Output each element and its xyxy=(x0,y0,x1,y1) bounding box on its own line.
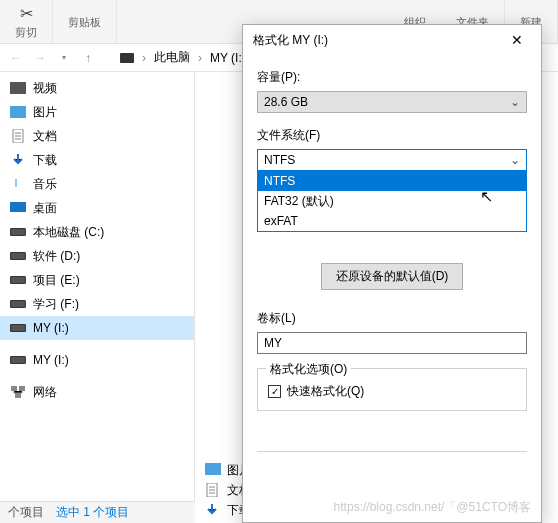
drive-icon xyxy=(10,297,26,311)
quick-format-label: 快速格式化(Q) xyxy=(287,383,364,400)
tree-item[interactable]: 学习 (F:) xyxy=(0,292,194,316)
filesystem-dropdown: NTFSFAT32 (默认)exFAT xyxy=(257,170,527,232)
tree-item-label: 本地磁盘 (C:) xyxy=(33,224,104,241)
tree-item[interactable]: MY (I:) xyxy=(0,316,194,340)
capacity-label: 容量(P): xyxy=(257,69,527,86)
tree-item-label: 下载 xyxy=(33,152,57,169)
chevron-down-icon: ⌄ xyxy=(510,95,520,109)
tree-item[interactable]: 本地磁盘 (C:) xyxy=(0,220,194,244)
ribbon-clipboard-label: 剪贴板 xyxy=(53,0,117,43)
tree-item-label: 视频 xyxy=(33,80,57,97)
format-options-legend: 格式化选项(O) xyxy=(266,361,351,378)
ribbon-clipboard-section: ✂ 剪切 xyxy=(0,0,53,43)
status-count: 个项目 xyxy=(8,504,44,521)
tree-item-label: 文档 xyxy=(33,128,57,145)
breadcrumb-drive[interactable]: MY (I:) xyxy=(210,51,246,65)
back-icon[interactable]: ← xyxy=(8,50,24,66)
breadcrumb-pc[interactable]: 此电脑 xyxy=(154,49,190,66)
tree-item[interactable]: 音乐 xyxy=(0,172,194,196)
download-icon xyxy=(10,153,26,167)
status-selected: 选中 1 个项目 xyxy=(56,504,129,521)
doc-icon xyxy=(205,483,221,497)
folder-tree: 视频图片文档下载音乐桌面本地磁盘 (C:)软件 (D:)项目 (E:)学习 (F… xyxy=(0,72,195,523)
tree-item[interactable]: 网络 xyxy=(0,380,194,404)
network-icon xyxy=(10,385,26,399)
tree-item-label: MY (I:) xyxy=(33,353,69,367)
chevron-right-icon: › xyxy=(142,51,146,65)
tree-item[interactable]: 图片 xyxy=(0,100,194,124)
filesystem-label: 文件系统(F) xyxy=(257,127,527,144)
tree-item-label: MY (I:) xyxy=(33,321,69,335)
forward-icon[interactable]: → xyxy=(32,50,48,66)
drive-icon xyxy=(10,353,26,367)
close-button[interactable]: ✕ xyxy=(497,26,537,54)
watermark: https://blog.csdn.net/「@51CTO博客 xyxy=(334,499,531,516)
tree-item-label: 图片 xyxy=(33,104,57,121)
tree-item-label: 音乐 xyxy=(33,176,57,193)
svg-rect-13 xyxy=(19,386,25,391)
filesystem-combo[interactable]: NTFS ⌄ NTFSFAT32 (默认)exFAT xyxy=(257,149,527,171)
dropdown-option[interactable]: NTFS xyxy=(258,171,526,191)
dialog-separator xyxy=(257,451,527,452)
scissors-icon: ✂ xyxy=(20,4,33,23)
volume-label: 卷标(L) xyxy=(257,310,527,327)
music-icon xyxy=(10,177,26,191)
up-icon[interactable]: ↑ xyxy=(80,50,96,66)
desktop-icon xyxy=(10,201,26,215)
tree-item[interactable]: 软件 (D:) xyxy=(0,244,194,268)
svg-rect-12 xyxy=(11,386,17,391)
chevron-right-icon: › xyxy=(198,51,202,65)
chevron-down-icon: ⌄ xyxy=(510,153,520,167)
tree-item[interactable]: 文档 xyxy=(0,124,194,148)
svg-rect-10 xyxy=(10,202,26,212)
restore-defaults-button[interactable]: 还原设备的默认值(D) xyxy=(321,263,464,290)
capacity-combo[interactable]: 28.6 GB ⌄ xyxy=(257,91,527,113)
volume-input[interactable] xyxy=(257,332,527,354)
video-icon xyxy=(10,81,26,95)
format-options-group: 格式化选项(O) ✓ 快速格式化(Q) xyxy=(257,368,527,411)
tree-item[interactable]: MY (I:) xyxy=(0,348,194,372)
dialog-title: 格式化 MY (I:) xyxy=(253,32,497,49)
dialog-titlebar: 格式化 MY (I:) ✕ xyxy=(243,25,541,55)
tree-item-label: 学习 (F:) xyxy=(33,296,79,313)
capacity-value: 28.6 GB xyxy=(264,95,308,109)
format-dialog: 格式化 MY (I:) ✕ 容量(P): 28.6 GB ⌄ 文件系统(F) N… xyxy=(242,24,542,523)
quick-format-checkbox[interactable]: ✓ xyxy=(268,385,281,398)
cut-label: 剪切 xyxy=(15,25,37,40)
tree-item[interactable]: 视频 xyxy=(0,76,194,100)
svg-rect-15 xyxy=(205,463,221,475)
image-icon xyxy=(10,105,26,119)
tree-item-label: 桌面 xyxy=(33,200,57,217)
dropdown-option[interactable]: FAT32 (默认) xyxy=(258,191,526,211)
svg-rect-2 xyxy=(10,106,26,118)
drive-icon xyxy=(10,225,26,239)
tree-item[interactable]: 下载 xyxy=(0,148,194,172)
svg-rect-14 xyxy=(15,393,21,398)
image-icon xyxy=(205,463,221,477)
tree-item[interactable]: 桌面 xyxy=(0,196,194,220)
chevron-down-icon[interactable]: ▾ xyxy=(56,50,72,66)
dropdown-option[interactable]: exFAT xyxy=(258,211,526,231)
drive-icon xyxy=(10,273,26,287)
download-icon xyxy=(205,503,221,517)
tree-item-label: 网络 xyxy=(33,384,57,401)
svg-rect-0 xyxy=(10,82,26,94)
tree-item-label: 软件 (D:) xyxy=(33,248,80,265)
tree-item-label: 项目 (E:) xyxy=(33,272,80,289)
drive-icon xyxy=(10,249,26,263)
hdd-icon xyxy=(120,53,134,63)
drive-icon xyxy=(10,321,26,335)
tree-item[interactable]: 项目 (E:) xyxy=(0,268,194,292)
doc-icon xyxy=(10,129,26,143)
filesystem-value: NTFS xyxy=(264,153,295,167)
status-bar: 个项目 选中 1 个项目 xyxy=(0,501,195,523)
